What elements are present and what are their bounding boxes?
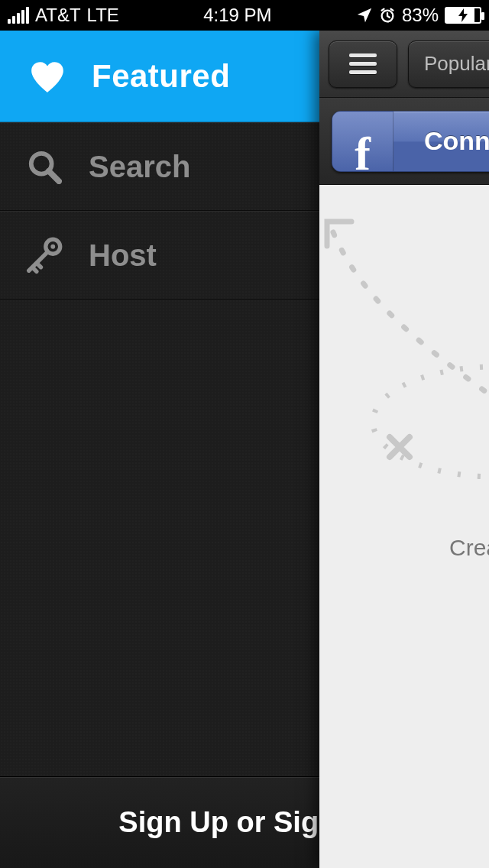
signal-icon (8, 7, 29, 24)
heart-icon (26, 59, 69, 94)
popular-tab-label: Popular (424, 52, 489, 76)
onboarding-path-illustration (319, 185, 489, 796)
menu-button[interactable] (329, 40, 397, 88)
popular-tab[interactable]: Popular (408, 40, 489, 88)
onboarding-hint-text: Create (449, 535, 489, 561)
sidebar-item-label: Search (89, 150, 190, 184)
svg-line-2 (49, 171, 59, 181)
hamburger-icon (349, 53, 377, 74)
main-topbar: Popular (319, 31, 489, 98)
key-icon (23, 235, 66, 276)
battery-icon (445, 7, 481, 24)
facebook-connect-button[interactable]: f Connect (332, 111, 489, 172)
main-body: Create (319, 185, 489, 868)
sidebar-item-label: Featured (92, 58, 230, 95)
svg-point-5 (373, 367, 489, 477)
clock-label: 4:19 PM (203, 5, 271, 26)
network-label: LTE (87, 5, 119, 26)
status-left: AT&T LTE (8, 5, 119, 26)
svg-point-4 (50, 245, 55, 249)
main-panel[interactable]: Popular f Connect Create (319, 31, 489, 868)
charging-icon (458, 8, 468, 22)
facebook-letter: f (355, 135, 371, 172)
facebook-icon: f (332, 111, 393, 172)
alarm-icon (379, 7, 396, 24)
location-icon (356, 7, 373, 24)
sidebar-item-label: Host (89, 238, 157, 273)
facebook-connect-row: f Connect (319, 98, 489, 185)
facebook-connect-label: Connect (393, 126, 489, 156)
carrier-label: AT&T (35, 5, 81, 26)
search-icon (23, 149, 66, 184)
status-bar: AT&T LTE 4:19 PM 83% (0, 0, 489, 31)
status-right: 83% (356, 5, 481, 26)
battery-pct-label: 83% (402, 5, 439, 26)
